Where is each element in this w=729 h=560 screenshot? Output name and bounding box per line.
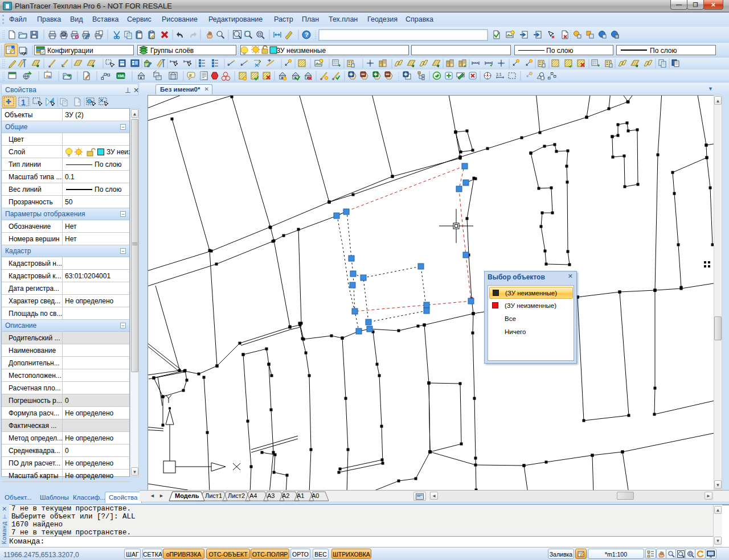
svg-text:?: ? [305,31,309,38]
svg-text:#: # [189,73,192,78]
svg-text:XML: XML [117,74,125,78]
svg-text:1: 1 [21,98,26,107]
svg-text:1:1: 1:1 [496,72,502,76]
svg-text:A: A [63,33,65,36]
